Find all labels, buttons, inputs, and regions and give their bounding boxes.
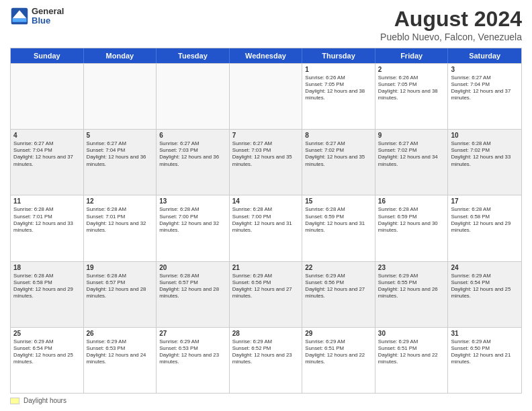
page: General Blue August 2024 Pueblo Nuevo, F… [0, 0, 532, 411]
cell-info: Sunrise: 6:29 AM Sunset: 6:52 PM Dayligh… [232, 338, 300, 366]
calendar-header-cell: Wednesday [230, 48, 303, 63]
day-number: 18 [13, 264, 81, 271]
calendar-cell: 19Sunrise: 6:28 AM Sunset: 6:57 PM Dayli… [84, 262, 157, 327]
page-title: August 2024 [380, 7, 522, 32]
logo: General Blue [10, 7, 64, 26]
day-number: 10 [451, 132, 519, 139]
day-number: 28 [232, 330, 300, 337]
calendar-header-cell: Saturday [448, 48, 521, 63]
day-number: 19 [87, 264, 154, 271]
calendar-cell: 15Sunrise: 6:28 AM Sunset: 6:59 PM Dayli… [302, 195, 375, 261]
calendar-cell: 23Sunrise: 6:29 AM Sunset: 6:55 PM Dayli… [375, 262, 449, 327]
day-number: 2 [378, 66, 445, 73]
cell-info: Sunrise: 6:27 AM Sunset: 7:04 PM Dayligh… [451, 75, 519, 102]
calendar-header-cell: Thursday [302, 48, 375, 63]
calendar-cell: 1Sunrise: 6:26 AM Sunset: 7:05 PM Daylig… [302, 64, 375, 129]
calendar-row: 4Sunrise: 6:27 AM Sunset: 7:04 PM Daylig… [11, 129, 521, 195]
calendar-cell: 8Sunrise: 6:27 AM Sunset: 7:02 PM Daylig… [302, 130, 375, 195]
day-number: 20 [159, 264, 226, 271]
day-number: 29 [305, 330, 372, 337]
day-number: 8 [305, 132, 372, 139]
logo-text: General Blue [32, 7, 64, 26]
cell-info: Sunrise: 6:27 AM Sunset: 7:04 PM Dayligh… [13, 140, 81, 168]
cell-info: Sunrise: 6:28 AM Sunset: 6:59 PM Dayligh… [305, 206, 372, 234]
calendar-cell [230, 64, 303, 129]
calendar-cell: 13Sunrise: 6:28 AM Sunset: 7:00 PM Dayli… [157, 195, 230, 261]
day-number: 24 [451, 264, 519, 271]
calendar-cell: 18Sunrise: 6:28 AM Sunset: 6:58 PM Dayli… [11, 262, 84, 327]
cell-info: Sunrise: 6:28 AM Sunset: 7:01 PM Dayligh… [87, 206, 154, 234]
calendar-cell: 14Sunrise: 6:28 AM Sunset: 7:00 PM Dayli… [230, 195, 303, 261]
calendar: SundayMondayTuesdayWednesdayThursdayFrid… [10, 48, 522, 394]
cell-info: Sunrise: 6:29 AM Sunset: 6:53 PM Dayligh… [87, 338, 154, 366]
calendar-cell: 6Sunrise: 6:27 AM Sunset: 7:03 PM Daylig… [157, 130, 230, 195]
cell-info: Sunrise: 6:27 AM Sunset: 7:03 PM Dayligh… [232, 140, 300, 168]
cell-info: Sunrise: 6:27 AM Sunset: 7:04 PM Dayligh… [87, 140, 154, 168]
cell-info: Sunrise: 6:28 AM Sunset: 7:00 PM Dayligh… [159, 206, 226, 234]
calendar-cell: 3Sunrise: 6:27 AM Sunset: 7:04 PM Daylig… [448, 64, 521, 129]
day-number: 3 [451, 66, 519, 73]
calendar-header-cell: Monday [84, 48, 157, 63]
calendar-row: 11Sunrise: 6:28 AM Sunset: 7:01 PM Dayli… [11, 195, 521, 261]
day-number: 4 [13, 132, 81, 139]
cell-info: Sunrise: 6:28 AM Sunset: 6:57 PM Dayligh… [87, 273, 154, 300]
calendar-cell: 5Sunrise: 6:27 AM Sunset: 7:04 PM Daylig… [84, 130, 157, 195]
logo-icon [10, 7, 29, 26]
calendar-cell: 20Sunrise: 6:28 AM Sunset: 6:57 PM Dayli… [157, 262, 230, 327]
cell-info: Sunrise: 6:28 AM Sunset: 7:02 PM Dayligh… [451, 140, 519, 168]
cell-info: Sunrise: 6:29 AM Sunset: 6:51 PM Dayligh… [305, 338, 372, 366]
logo-blue-text: Blue [32, 16, 64, 26]
day-number: 16 [378, 197, 445, 205]
cell-info: Sunrise: 6:28 AM Sunset: 6:58 PM Dayligh… [451, 206, 519, 234]
day-number: 12 [87, 197, 154, 205]
day-number: 6 [159, 132, 226, 139]
cell-info: Sunrise: 6:28 AM Sunset: 7:01 PM Dayligh… [13, 206, 81, 234]
day-number: 31 [451, 330, 519, 337]
cell-info: Sunrise: 6:26 AM Sunset: 7:05 PM Dayligh… [378, 75, 445, 102]
calendar-cell: 22Sunrise: 6:29 AM Sunset: 6:56 PM Dayli… [302, 262, 375, 327]
calendar-cell: 12Sunrise: 6:28 AM Sunset: 7:01 PM Dayli… [84, 195, 157, 261]
calendar-cell: 29Sunrise: 6:29 AM Sunset: 6:51 PM Dayli… [302, 328, 375, 393]
calendar-body: 1Sunrise: 6:26 AM Sunset: 7:05 PM Daylig… [11, 63, 521, 393]
calendar-row: 18Sunrise: 6:28 AM Sunset: 6:58 PM Dayli… [11, 261, 521, 327]
cell-info: Sunrise: 6:28 AM Sunset: 7:00 PM Dayligh… [232, 206, 300, 234]
calendar-header-cell: Tuesday [157, 48, 230, 63]
cell-info: Sunrise: 6:29 AM Sunset: 6:50 PM Dayligh… [451, 338, 519, 366]
day-number: 14 [232, 197, 300, 205]
day-number: 22 [305, 264, 372, 271]
calendar-cell [11, 64, 84, 129]
cell-info: Sunrise: 6:27 AM Sunset: 7:02 PM Dayligh… [378, 140, 445, 168]
calendar-cell: 24Sunrise: 6:29 AM Sunset: 6:54 PM Dayli… [448, 262, 521, 327]
calendar-row: 1Sunrise: 6:26 AM Sunset: 7:05 PM Daylig… [11, 63, 521, 129]
calendar-cell: 16Sunrise: 6:28 AM Sunset: 6:59 PM Dayli… [375, 195, 449, 261]
page-subtitle: Pueblo Nuevo, Falcon, Venezuela [380, 32, 522, 42]
cell-info: Sunrise: 6:28 AM Sunset: 6:58 PM Dayligh… [13, 273, 81, 300]
cell-info: Sunrise: 6:26 AM Sunset: 7:05 PM Dayligh… [305, 75, 372, 102]
day-number: 1 [305, 66, 372, 73]
cell-info: Sunrise: 6:29 AM Sunset: 6:54 PM Dayligh… [451, 273, 519, 300]
cell-info: Sunrise: 6:27 AM Sunset: 7:02 PM Dayligh… [305, 140, 372, 168]
day-number: 27 [159, 330, 226, 337]
cell-info: Sunrise: 6:28 AM Sunset: 6:57 PM Dayligh… [159, 273, 226, 300]
day-number: 30 [378, 330, 445, 337]
cell-info: Sunrise: 6:29 AM Sunset: 6:53 PM Dayligh… [159, 338, 226, 366]
day-number: 17 [451, 197, 519, 205]
cell-info: Sunrise: 6:29 AM Sunset: 6:56 PM Dayligh… [232, 273, 300, 300]
title-block: August 2024 Pueblo Nuevo, Falcon, Venezu… [380, 7, 522, 42]
calendar-cell: 26Sunrise: 6:29 AM Sunset: 6:53 PM Dayli… [84, 328, 157, 393]
calendar-cell: 27Sunrise: 6:29 AM Sunset: 6:53 PM Dayli… [157, 328, 230, 393]
calendar-header: SundayMondayTuesdayWednesdayThursdayFrid… [11, 48, 521, 63]
calendar-cell [84, 64, 157, 129]
calendar-cell: 4Sunrise: 6:27 AM Sunset: 7:04 PM Daylig… [11, 130, 84, 195]
day-number: 11 [13, 197, 81, 205]
svg-rect-2 [13, 19, 27, 22]
day-number: 13 [159, 197, 226, 205]
logo-general-text: General [32, 7, 64, 16]
cell-info: Sunrise: 6:29 AM Sunset: 6:56 PM Dayligh… [305, 273, 372, 300]
calendar-header-cell: Friday [375, 48, 449, 63]
cell-info: Sunrise: 6:28 AM Sunset: 6:59 PM Dayligh… [378, 206, 445, 234]
header: General Blue August 2024 Pueblo Nuevo, F… [10, 7, 522, 42]
day-number: 21 [232, 264, 300, 271]
day-number: 7 [232, 132, 300, 139]
calendar-cell: 31Sunrise: 6:29 AM Sunset: 6:50 PM Dayli… [448, 328, 521, 393]
